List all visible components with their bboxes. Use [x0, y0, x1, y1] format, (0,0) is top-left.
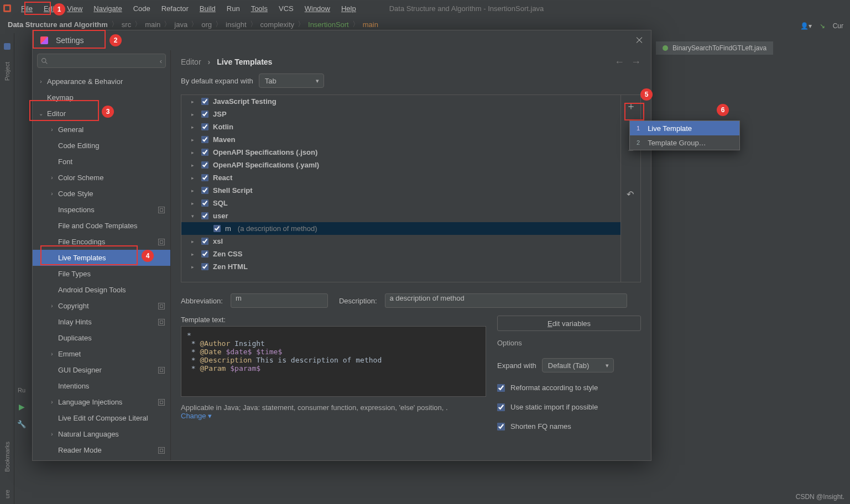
settings-tree-item[interactable]: File and Code Templates — [33, 218, 170, 234]
menu-tools[interactable]: Tools — [246, 2, 273, 15]
edit-variables-button[interactable]: Edit variables — [497, 316, 641, 331]
menu-window[interactable]: Window — [299, 2, 336, 15]
revert-icon[interactable] — [627, 189, 635, 198]
callout-4-badge: 4 — [142, 250, 154, 262]
bookmarks-tool-label[interactable]: Bookmarks — [4, 442, 11, 472]
template-group[interactable]: ▸OpenAPI Specifications (.yaml) — [181, 159, 620, 171]
settings-tree-item[interactable]: ›Appearance & Behavior — [33, 74, 170, 90]
settings-tree-item[interactable]: Inlay Hints — [33, 314, 170, 330]
crumb[interactable]: main — [145, 20, 160, 29]
settings-tree[interactable]: ›Appearance & BehaviorKeymap⌄Editor›Gene… — [33, 71, 170, 460]
popup-live-template[interactable]: 1Live Template — [630, 121, 739, 135]
structure-tool-label[interactable]: ure — [4, 490, 11, 498]
template-group[interactable]: ▸JSP — [181, 108, 620, 120]
settings-tree-item[interactable]: ›Color Scheme — [33, 170, 170, 186]
window-title: Data Structure and Algorithm - Insertion… — [389, 4, 544, 13]
reformat-checkbox[interactable]: Reformat according to style — [497, 384, 641, 392]
settings-tree-item[interactable]: Intentions — [33, 378, 170, 394]
callout-4-box — [40, 245, 138, 265]
settings-tree-item[interactable]: Live Edit of Compose Literal — [33, 410, 170, 426]
template-group[interactable]: ▸Kotlin — [181, 120, 620, 133]
description-label: Description: — [339, 297, 377, 305]
menu-vcs[interactable]: VCS — [273, 2, 299, 15]
popup-template-group[interactable]: 2Template Group… — [630, 135, 739, 150]
settings-tree-item[interactable]: ›Natural Languages — [33, 426, 170, 442]
expand-with-dropdown2[interactable]: Default (Tab) — [542, 358, 614, 372]
editor-tab[interactable]: BinarySearchToFindGTLeft.java — [656, 41, 773, 55]
template-group[interactable]: ▸Zen HTML — [181, 260, 620, 273]
template-group[interactable]: ▸SQL — [181, 197, 620, 209]
template-group[interactable]: ▸Maven — [181, 133, 620, 146]
settings-breadcrumb: Editor › Live Templates ← → — [181, 50, 641, 74]
crumb[interactable]: complexity — [260, 20, 294, 29]
templates-box: ▸JavaScript Testing▸JSP▸Kotlin▸Maven▸Ope… — [181, 95, 641, 282]
settings-tree-item[interactable]: Duplicates — [33, 330, 170, 346]
crumb[interactable]: java — [174, 20, 187, 29]
description-field[interactable]: a description of method — [385, 293, 627, 308]
watermark: CSDN @Insight. — [796, 493, 844, 501]
template-group[interactable]: ▾user — [181, 209, 620, 222]
template-group[interactable]: ▸xsl — [181, 235, 620, 248]
wrench-icon[interactable]: 🔧 — [17, 420, 26, 428]
settings-tree-item[interactable]: Inspections — [33, 202, 170, 218]
template-group[interactable]: ▸OpenAPI Specifications (.json) — [181, 146, 620, 159]
play-icon[interactable]: ▶ — [19, 402, 25, 411]
user-icon[interactable]: 👤▾ — [800, 22, 812, 30]
crumb-editor[interactable]: Editor — [181, 57, 201, 66]
run-config-label[interactable]: Cur — [833, 22, 843, 30]
settings-tree-item[interactable]: Reader Mode — [33, 442, 170, 458]
menu-navigate[interactable]: Navigate — [88, 2, 127, 15]
expand-with-dropdown[interactable]: Tab — [259, 74, 324, 88]
callout-1-badge: 1 — [53, 3, 65, 15]
menu-view[interactable]: View — [61, 2, 88, 15]
settings-tree-item[interactable]: ›Emmet — [33, 346, 170, 362]
template-group[interactable]: ▸React — [181, 171, 620, 184]
static-import-checkbox[interactable]: Use static import if possible — [497, 403, 641, 411]
shorten-fq-checkbox[interactable]: Shorten FQ names — [497, 422, 641, 431]
settings-tree-item[interactable]: ›General — [33, 122, 170, 138]
expand-with-label: By default expand with — [181, 77, 253, 85]
callout-1-box — [24, 2, 51, 15]
build-hammer-icon[interactable]: ↘ — [820, 22, 825, 30]
change-link[interactable]: Change ▾ — [181, 412, 212, 420]
main-menubar: File Edit View Navigate Code Refactor Bu… — [0, 0, 850, 17]
run-toolwindow-rail: Ru ▶ 🔧 — [17, 387, 26, 428]
project-tool-icon[interactable] — [4, 43, 11, 50]
template-group[interactable]: ▸JavaScript Testing — [181, 95, 620, 108]
forward-arrow-icon[interactable]: → — [631, 56, 641, 68]
settings-tree-item[interactable]: Code Editing — [33, 138, 170, 154]
settings-tree-item[interactable]: GUI Designer — [33, 362, 170, 378]
settings-tree-item[interactable]: ›Copyright — [33, 298, 170, 314]
settings-tree-item[interactable]: Font — [33, 154, 170, 170]
menu-run[interactable]: Run — [221, 2, 246, 15]
crumb[interactable]: InsertionSort — [308, 20, 349, 29]
menu-help[interactable]: Help — [336, 2, 362, 15]
crumb[interactable]: main — [363, 20, 378, 29]
callout-2-badge: 2 — [109, 34, 122, 46]
dialog-titlebar: Settings — [33, 30, 651, 50]
options-title: Options — [497, 339, 641, 347]
settings-tree-item[interactable]: File Types — [33, 266, 170, 282]
settings-tree-item[interactable]: Android Design Tools — [33, 282, 170, 298]
menu-build[interactable]: Build — [194, 2, 221, 15]
run-label[interactable]: Ru — [18, 387, 25, 393]
crumb[interactable]: org — [201, 20, 212, 29]
template-list[interactable]: ▸JavaScript Testing▸JSP▸Kotlin▸Maven▸Ope… — [181, 95, 620, 282]
close-icon[interactable] — [635, 36, 643, 44]
menu-refactor[interactable]: Refactor — [156, 2, 194, 15]
crumb[interactable]: insight — [226, 20, 247, 29]
crumb[interactable]: src — [122, 20, 131, 29]
template-group[interactable]: ▸Shell Script — [181, 184, 620, 197]
crumb[interactable]: Data Structure and Algorithm — [8, 20, 108, 29]
project-tool-label[interactable]: Project — [4, 62, 11, 81]
template-item[interactable]: m(a description of method) — [181, 222, 620, 235]
settings-tree-item[interactable]: ›Language Injections — [33, 394, 170, 410]
menu-code[interactable]: Code — [128, 2, 156, 15]
settings-search[interactable]: ‹ — [37, 54, 166, 68]
template-group[interactable]: ▸Zen CSS — [181, 248, 620, 260]
back-arrow-icon[interactable]: ← — [614, 56, 624, 68]
abbreviation-field[interactable]: m — [231, 293, 328, 308]
template-text-editor[interactable]: * * @Author Insight * @Date $date$ $time… — [181, 326, 486, 397]
settings-tree-item[interactable]: ›Code Style — [33, 186, 170, 202]
crumb-livetemplates: Live Templates — [217, 57, 272, 66]
